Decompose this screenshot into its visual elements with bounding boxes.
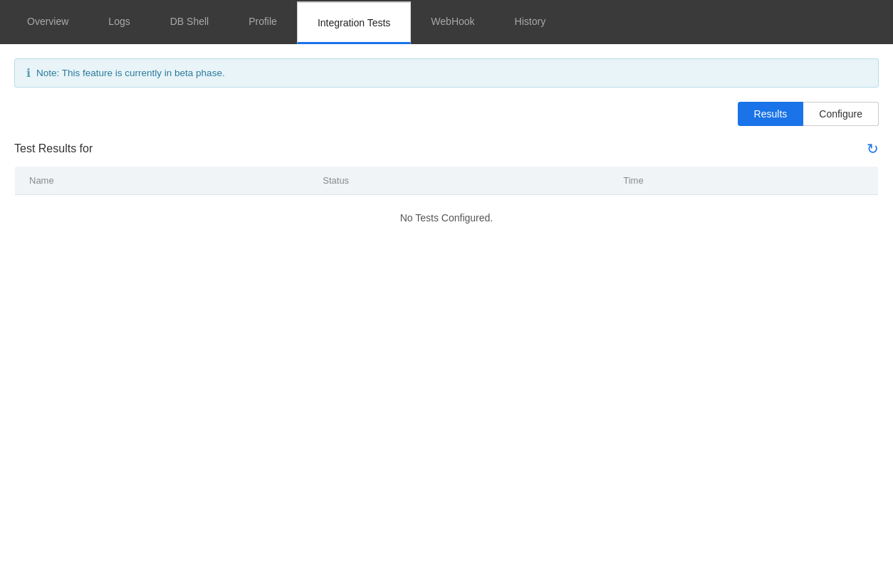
results-table: Name Status Time No Tests Configured. bbox=[14, 166, 879, 241]
tab-overview[interactable]: Overview bbox=[7, 0, 88, 44]
main-content: ℹ Note: This feature is currently in bet… bbox=[0, 44, 893, 256]
view-toggle-buttons: Results Configure bbox=[14, 102, 879, 126]
tab-logs[interactable]: Logs bbox=[88, 0, 150, 44]
table-body: No Tests Configured. bbox=[15, 195, 879, 241]
tab-profile[interactable]: Profile bbox=[229, 0, 297, 44]
table-header: Name Status Time bbox=[15, 167, 879, 195]
tab-integration-tests[interactable]: Integration Tests bbox=[297, 1, 411, 44]
column-status: Status bbox=[308, 167, 609, 195]
empty-message: No Tests Configured. bbox=[15, 195, 879, 241]
test-results-title: Test Results for bbox=[14, 142, 93, 155]
empty-row: No Tests Configured. bbox=[15, 195, 879, 241]
beta-notice: ℹ Note: This feature is currently in bet… bbox=[14, 58, 879, 88]
refresh-icon[interactable]: ↻ bbox=[867, 140, 879, 157]
top-navigation: Overview Logs DB Shell Profile Integrati… bbox=[0, 0, 893, 44]
tab-db-shell[interactable]: DB Shell bbox=[150, 0, 229, 44]
column-time: Time bbox=[609, 167, 878, 195]
tab-webhook[interactable]: WebHook bbox=[411, 0, 494, 44]
tab-history[interactable]: History bbox=[495, 0, 566, 44]
configure-button[interactable]: Configure bbox=[803, 102, 879, 126]
info-icon: ℹ bbox=[26, 66, 31, 80]
results-button[interactable]: Results bbox=[738, 102, 804, 126]
test-results-header: Test Results for ↻ bbox=[14, 140, 879, 157]
beta-notice-text: Note: This feature is currently in beta … bbox=[36, 68, 225, 78]
column-name: Name bbox=[15, 167, 309, 195]
